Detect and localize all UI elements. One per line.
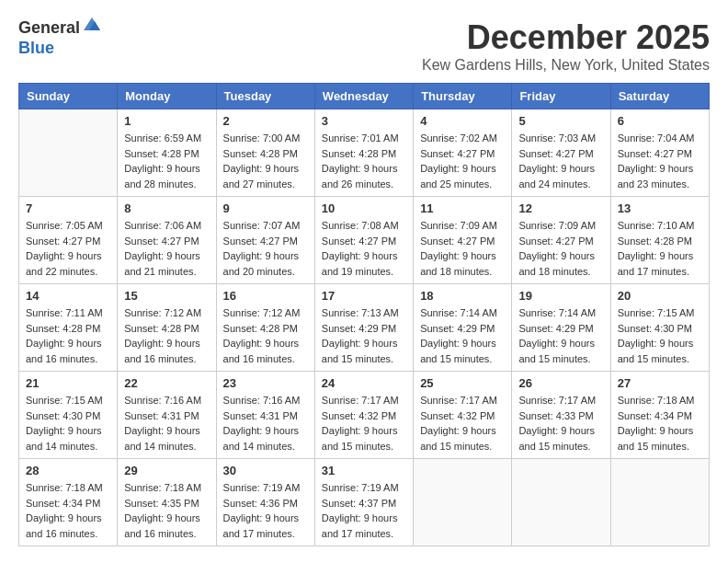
day-info: Sunrise: 7:10 AM Sunset: 4:28 PM Dayligh… xyxy=(618,218,702,279)
location-title: Kew Gardens Hills, New York, United Stat… xyxy=(422,57,710,74)
calendar-cell: 9Sunrise: 7:07 AM Sunset: 4:27 PM Daylig… xyxy=(216,197,314,284)
day-info: Sunrise: 7:02 AM Sunset: 4:27 PM Dayligh… xyxy=(420,131,505,191)
calendar-week-0: 1Sunrise: 6:59 AM Sunset: 4:28 PM Daylig… xyxy=(19,109,710,197)
calendar-cell xyxy=(414,459,512,546)
page-header: General Blue December 2025 Kew Gardens H… xyxy=(18,18,710,74)
calendar-cell: 26Sunrise: 7:17 AM Sunset: 4:33 PM Dayli… xyxy=(512,372,610,459)
day-number: 21 xyxy=(26,376,110,390)
calendar-cell: 22Sunrise: 7:16 AM Sunset: 4:31 PM Dayli… xyxy=(118,372,216,459)
day-info: Sunrise: 7:09 AM Sunset: 4:27 PM Dayligh… xyxy=(518,218,603,279)
day-info: Sunrise: 7:13 AM Sunset: 4:29 PM Dayligh… xyxy=(322,305,406,366)
calendar-cell: 14Sunrise: 7:11 AM Sunset: 4:28 PM Dayli… xyxy=(19,284,118,372)
day-info: Sunrise: 7:08 AM Sunset: 4:27 PM Dayligh… xyxy=(322,218,406,279)
day-header-wednesday: Wednesday xyxy=(314,84,413,109)
calendar-cell: 2Sunrise: 7:00 AM Sunset: 4:28 PM Daylig… xyxy=(216,109,314,197)
day-number: 2 xyxy=(223,114,308,128)
day-number: 29 xyxy=(124,464,209,477)
day-number: 14 xyxy=(26,289,110,303)
day-number: 5 xyxy=(518,114,603,128)
calendar-cell xyxy=(610,459,709,546)
day-info: Sunrise: 7:19 AM Sunset: 4:37 PM Dayligh… xyxy=(322,480,406,541)
day-number: 22 xyxy=(124,376,209,390)
day-info: Sunrise: 7:04 AM Sunset: 4:27 PM Dayligh… xyxy=(618,131,702,191)
day-number: 24 xyxy=(322,376,406,390)
calendar-cell: 13Sunrise: 7:10 AM Sunset: 4:28 PM Dayli… xyxy=(610,197,709,284)
calendar-cell: 11Sunrise: 7:09 AM Sunset: 4:27 PM Dayli… xyxy=(414,197,512,284)
calendar-cell: 5Sunrise: 7:03 AM Sunset: 4:27 PM Daylig… xyxy=(512,109,610,197)
calendar-cell: 21Sunrise: 7:15 AM Sunset: 4:30 PM Dayli… xyxy=(19,372,118,459)
day-number: 10 xyxy=(322,201,406,215)
day-number: 3 xyxy=(322,114,406,128)
calendar-cell: 17Sunrise: 7:13 AM Sunset: 4:29 PM Dayli… xyxy=(314,284,413,372)
calendar-cell: 19Sunrise: 7:14 AM Sunset: 4:29 PM Dayli… xyxy=(512,284,610,372)
day-number: 15 xyxy=(124,289,209,303)
day-info: Sunrise: 7:15 AM Sunset: 4:30 PM Dayligh… xyxy=(618,305,702,366)
calendar-cell: 4Sunrise: 7:02 AM Sunset: 4:27 PM Daylig… xyxy=(414,109,512,197)
day-header-monday: Monday xyxy=(118,84,216,109)
day-number: 19 xyxy=(518,289,603,303)
day-info: Sunrise: 7:07 AM Sunset: 4:27 PM Dayligh… xyxy=(223,218,308,279)
calendar-table: SundayMondayTuesdayWednesdayThursdayFrid… xyxy=(18,83,710,546)
day-info: Sunrise: 7:05 AM Sunset: 4:27 PM Dayligh… xyxy=(26,218,110,279)
calendar-cell: 28Sunrise: 7:18 AM Sunset: 4:34 PM Dayli… xyxy=(19,459,118,546)
calendar-cell xyxy=(512,459,610,546)
day-info: Sunrise: 7:17 AM Sunset: 4:32 PM Dayligh… xyxy=(322,393,406,454)
day-number: 8 xyxy=(124,201,209,215)
calendar-week-1: 7Sunrise: 7:05 AM Sunset: 4:27 PM Daylig… xyxy=(19,197,710,284)
day-info: Sunrise: 7:14 AM Sunset: 4:29 PM Dayligh… xyxy=(518,305,603,366)
day-number: 23 xyxy=(223,376,308,390)
calendar-week-4: 28Sunrise: 7:18 AM Sunset: 4:34 PM Dayli… xyxy=(19,459,710,546)
day-number: 27 xyxy=(618,376,702,390)
day-info: Sunrise: 7:16 AM Sunset: 4:31 PM Dayligh… xyxy=(223,393,308,454)
day-info: Sunrise: 7:03 AM Sunset: 4:27 PM Dayligh… xyxy=(518,131,603,191)
day-info: Sunrise: 7:19 AM Sunset: 4:36 PM Dayligh… xyxy=(223,480,308,541)
calendar-cell: 3Sunrise: 7:01 AM Sunset: 4:28 PM Daylig… xyxy=(314,109,413,197)
day-header-thursday: Thursday xyxy=(414,84,512,109)
calendar-cell: 6Sunrise: 7:04 AM Sunset: 4:27 PM Daylig… xyxy=(610,109,709,197)
calendar-cell: 30Sunrise: 7:19 AM Sunset: 4:36 PM Dayli… xyxy=(216,459,314,546)
day-info: Sunrise: 7:06 AM Sunset: 4:27 PM Dayligh… xyxy=(124,218,209,279)
day-info: Sunrise: 7:18 AM Sunset: 4:34 PM Dayligh… xyxy=(26,480,110,541)
day-header-friday: Friday xyxy=(512,84,610,109)
calendar-cell: 12Sunrise: 7:09 AM Sunset: 4:27 PM Dayli… xyxy=(512,197,610,284)
day-info: Sunrise: 7:12 AM Sunset: 4:28 PM Dayligh… xyxy=(223,305,308,366)
calendar-cell: 18Sunrise: 7:14 AM Sunset: 4:29 PM Dayli… xyxy=(414,284,512,372)
day-header-sunday: Sunday xyxy=(19,84,118,109)
calendar-cell: 16Sunrise: 7:12 AM Sunset: 4:28 PM Dayli… xyxy=(216,284,314,372)
day-info: Sunrise: 7:00 AM Sunset: 4:28 PM Dayligh… xyxy=(223,131,308,191)
calendar-cell: 8Sunrise: 7:06 AM Sunset: 4:27 PM Daylig… xyxy=(118,197,216,284)
month-title: December 2025 xyxy=(422,18,710,57)
logo-blue: Blue xyxy=(18,39,102,59)
day-info: Sunrise: 7:17 AM Sunset: 4:33 PM Dayligh… xyxy=(518,393,603,454)
calendar-week-3: 21Sunrise: 7:15 AM Sunset: 4:30 PM Dayli… xyxy=(19,372,710,459)
day-number: 28 xyxy=(26,464,110,477)
day-number: 9 xyxy=(223,201,308,215)
day-number: 16 xyxy=(223,289,308,303)
day-number: 7 xyxy=(26,201,110,215)
calendar-cell: 31Sunrise: 7:19 AM Sunset: 4:37 PM Dayli… xyxy=(314,459,413,546)
day-number: 20 xyxy=(618,289,702,303)
day-info: Sunrise: 7:11 AM Sunset: 4:28 PM Dayligh… xyxy=(26,305,110,366)
calendar-cell: 7Sunrise: 7:05 AM Sunset: 4:27 PM Daylig… xyxy=(19,197,118,284)
calendar-cell: 27Sunrise: 7:18 AM Sunset: 4:34 PM Dayli… xyxy=(610,372,709,459)
day-number: 25 xyxy=(420,376,505,390)
day-info: Sunrise: 6:59 AM Sunset: 4:28 PM Dayligh… xyxy=(124,131,209,191)
day-number: 17 xyxy=(322,289,406,303)
day-header-saturday: Saturday xyxy=(610,84,709,109)
calendar-cell: 23Sunrise: 7:16 AM Sunset: 4:31 PM Dayli… xyxy=(216,372,314,459)
title-block: December 2025 Kew Gardens Hills, New Yor… xyxy=(422,18,710,74)
day-info: Sunrise: 7:15 AM Sunset: 4:30 PM Dayligh… xyxy=(26,393,110,454)
calendar-header-row: SundayMondayTuesdayWednesdayThursdayFrid… xyxy=(19,84,710,109)
day-info: Sunrise: 7:14 AM Sunset: 4:29 PM Dayligh… xyxy=(420,305,505,366)
day-info: Sunrise: 7:09 AM Sunset: 4:27 PM Dayligh… xyxy=(420,218,505,279)
day-number: 6 xyxy=(618,114,702,128)
day-info: Sunrise: 7:16 AM Sunset: 4:31 PM Dayligh… xyxy=(124,393,209,454)
day-number: 31 xyxy=(322,464,406,477)
day-number: 4 xyxy=(420,114,505,128)
calendar-cell: 25Sunrise: 7:17 AM Sunset: 4:32 PM Dayli… xyxy=(414,372,512,459)
logo-icon xyxy=(82,14,102,34)
day-number: 26 xyxy=(518,376,603,390)
day-number: 13 xyxy=(618,201,702,215)
calendar-cell: 20Sunrise: 7:15 AM Sunset: 4:30 PM Dayli… xyxy=(610,284,709,372)
day-number: 1 xyxy=(124,114,209,128)
